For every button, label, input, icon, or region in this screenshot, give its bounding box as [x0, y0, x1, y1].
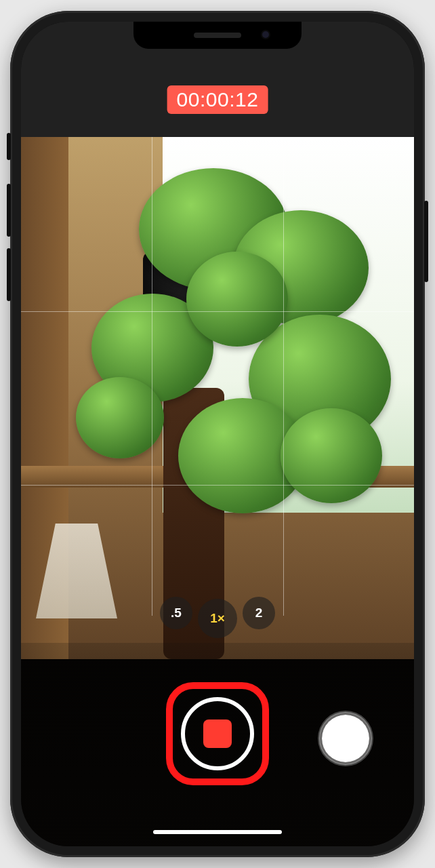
capture-still-button[interactable] — [319, 712, 372, 765]
zoom-2x-button[interactable]: 2 — [243, 597, 275, 629]
stop-recording-button[interactable] — [170, 686, 265, 781]
mute-switch[interactable] — [7, 133, 11, 160]
zoom-selector: .5 1× 2 — [160, 597, 275, 636]
notch — [133, 22, 302, 49]
phone-frame: 00:00:12 .5 1× — [10, 11, 425, 857]
viewfinder[interactable] — [21, 137, 414, 659]
volume-up-button[interactable] — [7, 184, 11, 237]
recording-timer: 00:00:12 — [167, 85, 268, 114]
live-preview-image — [21, 137, 414, 659]
home-indicator[interactable] — [153, 830, 282, 834]
side-button[interactable] — [424, 201, 428, 282]
grid-line-icon — [283, 137, 284, 616]
zoom-0-5x-button[interactable]: .5 — [160, 597, 192, 629]
grid-line-icon — [21, 311, 414, 312]
front-camera-icon — [261, 30, 270, 39]
screen: 00:00:12 .5 1× — [21, 22, 414, 846]
earpiece-speaker — [194, 33, 241, 38]
grid-line-icon — [152, 137, 152, 616]
stop-square-icon — [203, 719, 232, 748]
grid-line-icon — [21, 485, 414, 486]
zoom-1x-button[interactable]: 1× — [198, 599, 237, 638]
volume-down-button[interactable] — [7, 248, 11, 301]
